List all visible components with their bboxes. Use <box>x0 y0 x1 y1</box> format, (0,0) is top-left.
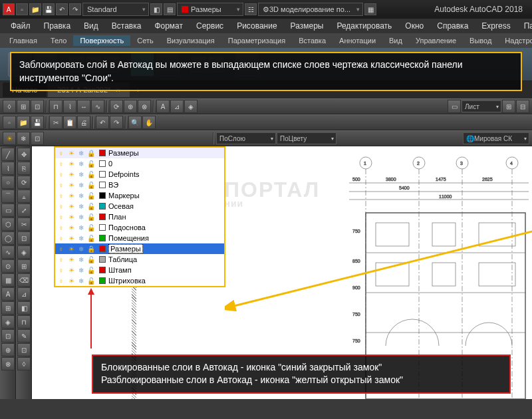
tool-icon[interactable]: ▭ <box>448 100 461 113</box>
tool-icon[interactable]: ⟳ <box>110 100 123 113</box>
menu-edit[interactable]: Правка <box>39 20 76 32</box>
layer-row[interactable]: ♀☀❄🔓Маркеры <box>55 190 224 201</box>
tool-icon[interactable]: ◊ <box>3 100 16 113</box>
tab-surface[interactable]: Поверхность <box>73 35 130 46</box>
lightbulb-icon[interactable]: ♀ <box>57 191 66 200</box>
freeze-icon[interactable]: ❄ <box>76 148 86 158</box>
tab-insert[interactable]: Вставка <box>292 35 332 46</box>
tool-icon[interactable]: ⊞ <box>17 259 31 273</box>
layer-row[interactable]: ♀☀❄🔓0 <box>55 158 224 169</box>
tab-visualize[interactable]: Визуализация <box>160 35 221 46</box>
tool-icon[interactable]: ⊡ <box>1 329 15 343</box>
tool-icon[interactable]: ⊞ <box>1 301 15 315</box>
tool-icon[interactable]: ⊡ <box>17 343 31 356</box>
save-icon[interactable]: 💾 <box>43 3 55 15</box>
tool-icon[interactable]: ⊿ <box>17 287 31 301</box>
freeze-icon[interactable]: ❄ <box>76 180 86 190</box>
lock-open-icon[interactable]: 🔓 <box>86 170 96 179</box>
sheet-combo[interactable]: Лист <box>462 100 501 112</box>
layer-row[interactable]: ♀☀❄🔓План <box>55 211 224 222</box>
menu-modify[interactable]: Редактировать <box>331 20 397 32</box>
line-icon[interactable]: ╱ <box>1 148 15 161</box>
undo-icon[interactable]: ↶ <box>56 3 68 15</box>
tool-icon[interactable]: 📁 <box>17 116 30 129</box>
menu-file[interactable]: Файл <box>5 20 36 32</box>
menu-dimension[interactable]: Размеры <box>285 20 329 32</box>
tool-icon[interactable]: ❄ <box>17 132 30 145</box>
tab-parametric[interactable]: Параметризация <box>221 35 292 46</box>
tool-icon[interactable]: ◈ <box>184 100 198 113</box>
dim-style-combo[interactable]: Размеры <box>177 3 243 16</box>
freeze-icon[interactable]: ❄ <box>76 265 86 275</box>
workspace-combo[interactable]: ⚙ 3D моделирование по... <box>258 3 363 16</box>
move-icon[interactable]: ✥ <box>17 148 31 161</box>
tool-icon[interactable]: ◧ <box>17 301 31 315</box>
tool-icon[interactable]: ∿ <box>91 100 104 113</box>
freeze-icon[interactable]: ❄ <box>76 244 86 253</box>
circle-icon[interactable]: ○ <box>1 176 15 189</box>
lightbulb-icon[interactable]: ♀ <box>57 255 66 264</box>
lightbulb-icon[interactable]: ♀ <box>57 276 66 285</box>
tool-icon[interactable]: ⊡ <box>31 132 44 145</box>
lightbulb-icon[interactable]: ♀ <box>57 180 66 190</box>
lock-closed-icon[interactable]: 🔒 <box>86 148 96 158</box>
tool-icon[interactable]: ✎ <box>17 329 31 343</box>
sun-icon[interactable]: ☀ <box>66 212 76 221</box>
tool-icon[interactable]: ⊗ <box>1 357 15 370</box>
tool-icon[interactable]: ⊕ <box>1 343 15 356</box>
trim-icon[interactable]: ✂ <box>17 217 31 231</box>
tool-icon[interactable]: ◯ <box>1 231 15 245</box>
menu-help[interactable]: Справка <box>432 20 473 32</box>
layer-row[interactable]: ♀☀❄🔓Штриховка <box>55 275 224 286</box>
menu-express[interactable]: Express <box>476 20 515 32</box>
lock-open-icon[interactable]: 🔓 <box>86 233 96 243</box>
layer-row[interactable]: ♀☀❄🔓Подоснова <box>55 222 224 233</box>
tool-icon[interactable]: ↔ <box>77 100 90 113</box>
tab-manage[interactable]: Управление <box>409 35 463 46</box>
tool-icon[interactable]: 🔍 <box>128 116 142 129</box>
qat-icon[interactable]: ◧ <box>150 3 162 15</box>
lock-closed-icon[interactable]: 🔒 <box>86 244 96 253</box>
qat-icon[interactable]: ▦ <box>364 3 376 15</box>
menu-insert[interactable]: Вставка <box>106 20 147 32</box>
tool-icon[interactable]: ◈ <box>17 245 31 259</box>
lock-open-icon[interactable]: 🔓 <box>86 223 96 232</box>
style-combo[interactable]: Standard <box>82 3 149 16</box>
freeze-icon[interactable]: ❄ <box>76 212 86 221</box>
lightbulb-icon[interactable]: ♀ <box>57 148 66 158</box>
tool-icon[interactable]: ⊕ <box>124 100 137 113</box>
sun-icon[interactable]: ☀ <box>66 170 76 179</box>
tool-icon[interactable]: ⊓ <box>17 315 31 329</box>
tool-icon[interactable]: ⊟ <box>516 100 529 113</box>
tool-icon[interactable]: ▫ <box>3 116 16 129</box>
tool-icon[interactable]: ▦ <box>1 273 15 287</box>
layer-row[interactable]: ♀☀❄🔓ВЭ <box>55 180 224 190</box>
layer-row[interactable]: ♀☀❄🔓Помещения <box>55 233 224 243</box>
linetype-combo[interactable]: ПоСлою <box>216 132 276 144</box>
sun-icon[interactable]: ☀ <box>66 223 76 232</box>
tab-home[interactable]: Главная <box>3 35 44 46</box>
qat-icon[interactable]: ☷ <box>245 3 257 15</box>
tool-icon[interactable]: ⌫ <box>17 273 31 287</box>
lock-open-icon[interactable]: 🔓 <box>86 159 96 168</box>
redo-icon[interactable]: ↷ <box>69 3 81 15</box>
lightbulb-icon[interactable]: ♀ <box>57 202 66 211</box>
tab-annotate[interactable]: Аннотации <box>332 35 382 46</box>
tool-icon[interactable]: ⊙ <box>1 259 15 273</box>
tool-icon[interactable]: ⊞ <box>502 100 515 113</box>
tool-icon[interactable]: ↶ <box>96 116 109 129</box>
sun-icon[interactable]: ☀ <box>66 255 76 264</box>
tool-icon[interactable]: ✂ <box>49 116 63 129</box>
lock-open-icon[interactable]: 🔓 <box>86 191 96 200</box>
freeze-icon[interactable]: ❄ <box>76 202 86 211</box>
rect-icon[interactable]: ▭ <box>1 204 15 217</box>
layer-row[interactable]: ♀☀❄🔓Таблица <box>55 254 224 265</box>
rotate-icon[interactable]: ⟳ <box>17 176 31 189</box>
tool-icon[interactable]: ◊ <box>17 357 31 370</box>
copy-icon[interactable]: ⎘ <box>17 162 31 175</box>
lightbulb-icon[interactable]: ♀ <box>57 233 66 243</box>
freeze-icon[interactable]: ❄ <box>76 276 86 285</box>
tool-icon[interactable]: A <box>156 100 170 113</box>
freeze-icon[interactable]: ❄ <box>76 233 86 243</box>
menu-draw[interactable]: Рисование <box>231 20 282 32</box>
